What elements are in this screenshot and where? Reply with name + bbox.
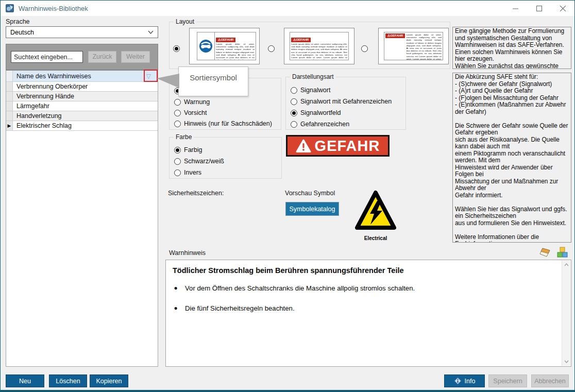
maximize-button[interactable] <box>527 1 551 16</box>
list-row[interactable]: Handverletzung <box>6 111 158 121</box>
farbe-radio-farbig[interactable] <box>174 147 181 154</box>
row-gutter <box>6 92 13 101</box>
neu-button[interactable]: Neu <box>6 374 44 387</box>
darstellungsart-radio-gefahrenzeichen[interactable] <box>291 121 297 128</box>
farbe-option-label: Invers <box>184 169 201 176</box>
language-value: Deutsch <box>10 29 34 36</box>
symbol-catalog-button[interactable]: Symbolekatalog <box>285 202 339 216</box>
info-button-label: Info <box>465 378 476 385</box>
signalwort-radio-warnung[interactable] <box>174 99 181 106</box>
bullet-text: Vor dem Öffnen des Schaltschranks die Ma… <box>185 284 415 292</box>
list-row-label: Handverletzung <box>13 111 158 121</box>
bullet-text: Die fünf Sicherheitsregeln beachten. <box>185 304 295 312</box>
signalwort-option-label: Warnung <box>184 98 210 106</box>
info-button[interactable]: Info <box>444 374 485 387</box>
list-header-label: Name des Warnhinweises <box>16 73 91 80</box>
mini-signal-word: ⚠GEFAHR <box>291 38 311 42</box>
signal-word-text: GEFAHR <box>315 139 380 154</box>
darstellungsart-radio-signalwort[interactable] <box>291 87 297 94</box>
list-header[interactable]: Name des Warnhinweises ▽ <box>6 71 158 82</box>
electrical-hazard-icon <box>354 190 397 232</box>
row-gutter <box>6 111 13 121</box>
bullet-icon: ● <box>173 304 179 312</box>
bullet-item: ● Vor dem Öffnen des Schaltschranks die … <box>173 284 555 292</box>
warnhinweis-label: Warnhinweis <box>169 249 206 257</box>
kopieren-button[interactable]: Kopieren <box>90 374 128 387</box>
window-title: Warnhinweis-Bibliothek <box>19 5 88 12</box>
minimize-button[interactable] <box>503 1 527 16</box>
darstellungsart-option-label: Signalwort mit Gefahrenzeichen <box>300 98 392 105</box>
signalwort-radio-hinweis[interactable] <box>174 121 181 127</box>
darstellungsart-option-label: Gefahrenzeichen <box>300 121 349 128</box>
farbe-radio-schwarz-weiss[interactable] <box>174 158 181 165</box>
warning-list: Name des Warnhinweises ▽ Verbrennung Obe… <box>6 70 158 367</box>
darstellungsart-radio-signalwort-gefahrenzeichen[interactable] <box>291 98 297 105</box>
warnhinweis-bibliothek-dialog: Warnhinweis-Bibliothek Sprache Deutsch Z… <box>0 0 575 392</box>
symbol-caption: Electrical <box>354 235 397 241</box>
safe-info-box: Die Abkürzung SAFE steht für: - (S)chwer… <box>452 73 571 243</box>
layout-radio-1[interactable] <box>173 45 180 52</box>
layout-radio-3[interactable] <box>361 45 368 52</box>
language-select[interactable]: Deutsch <box>6 26 158 38</box>
darstellungsart-option-label: Signalwort <box>300 87 330 94</box>
list-row[interactable]: Verbrennung Oberkörper <box>6 82 158 92</box>
ear-protection-pictogram-icon <box>197 32 215 60</box>
layout-group-label: Layout <box>174 18 196 25</box>
darstellungsart-radio-signalwortfeld[interactable] <box>291 110 297 116</box>
vertical-scrollbar[interactable] <box>562 261 570 366</box>
sicherheitszeichen-label: Sicherheitszeichen: <box>168 190 224 197</box>
farbe-group-label: Farbe <box>174 133 194 141</box>
layout-preview-1[interactable]: ⚠GEFAHR Lorem ipsum dolor sit amet, cons… <box>189 28 260 64</box>
darstellungsart-group: Darstellungsart Signalwort Signalwort mi… <box>285 77 406 130</box>
farbe-radio-invers[interactable] <box>174 169 181 176</box>
preview-label: ⚠GEFAHR Lorem ipsum dolor sit amet, cons… <box>197 32 256 60</box>
preview-label: ⚠GEFAHR Lorem ipsum dolor sit amet, cons… <box>384 32 443 60</box>
signal-word-banner: GEFAHR <box>286 135 390 157</box>
minimize-icon <box>513 6 518 11</box>
eraser-icon[interactable] <box>539 247 551 258</box>
warning-title: Tödlicher Stromschlag beim Berühren span… <box>173 266 555 275</box>
info-icon <box>454 377 462 385</box>
list-row-label: Verbrennung Oberkörper <box>13 82 158 91</box>
darstellungsart-option-label: Signalwortfeld <box>300 109 341 116</box>
list-header-gutter <box>6 71 13 81</box>
tooltip-label: Sortiersymbol <box>190 73 237 82</box>
list-row[interactable]: Verbrennung Hände <box>6 92 158 101</box>
list-row-selected[interactable]: ▶ Elektrischer Schlag <box>6 121 158 131</box>
lorem-text: Lorem ipsum dolor sit amet, consetetur s… <box>406 33 442 60</box>
layout-radio-2[interactable] <box>268 45 275 52</box>
list-row[interactable]: Lärmgefahr <box>6 101 158 111</box>
lorem-text: Lorem ipsum dolor sit amet, consetetur s… <box>216 43 255 60</box>
list-row-label: Verbrennung Hände <box>13 92 158 101</box>
layout-preview-2[interactable]: ⚠GEFAHR Lorem ipsum dolor sit amet, cons… <box>284 28 354 64</box>
warning-triangle-icon <box>296 139 311 153</box>
layout-preview-3[interactable]: ⚠GEFAHR Lorem ipsum dolor sit amet, cons… <box>378 28 449 64</box>
chevron-down-icon <box>148 30 154 34</box>
blocks-icon[interactable] <box>557 247 568 258</box>
abbrechen-button[interactable]: Abbrechen <box>531 374 569 387</box>
back-button[interactable]: Zurück <box>88 51 116 63</box>
list-row-label: Elektrischer Schlag <box>13 121 158 130</box>
signalwort-radio-vorsicht[interactable] <box>174 110 181 116</box>
speichern-button[interactable]: Speichern <box>488 374 527 387</box>
loeschen-button[interactable]: Löschen <box>49 374 87 387</box>
signalwort-option-label: Vorsicht <box>184 109 207 116</box>
farbe-group: Farbe Farbig Schwarz/weiß Invers <box>169 137 282 179</box>
scroll-up-icon[interactable] <box>562 261 570 269</box>
layout-group: Layout ⚠GEFAHR Lorem ipsum dolor sit ame… <box>169 22 450 69</box>
row-gutter <box>6 101 13 111</box>
vorschau-symbol-label: Vorschau Symbol <box>285 190 335 197</box>
close-button[interactable] <box>551 1 574 16</box>
warnhinweis-textarea[interactable]: Tödlicher Stromschlag beim Berühren span… <box>165 260 571 367</box>
forward-button[interactable]: Weiter <box>121 51 150 63</box>
tooltip-pointer <box>157 72 179 91</box>
language-label: Sprache <box>6 18 30 25</box>
search-panel: Zurück Weiter <box>6 44 158 70</box>
scroll-down-icon[interactable] <box>562 357 570 366</box>
bullet-item: ● Die fünf Sicherheitsregeln beachten. <box>173 304 555 312</box>
farbe-option-label: Farbig <box>184 146 202 154</box>
sortiersymbol-tooltip: Sortiersymbol <box>178 66 248 96</box>
search-input[interactable] <box>11 51 83 63</box>
maximize-icon <box>536 6 542 11</box>
lorem-text: Lorem ipsum dolor sit amet, consetetur s… <box>291 43 347 60</box>
